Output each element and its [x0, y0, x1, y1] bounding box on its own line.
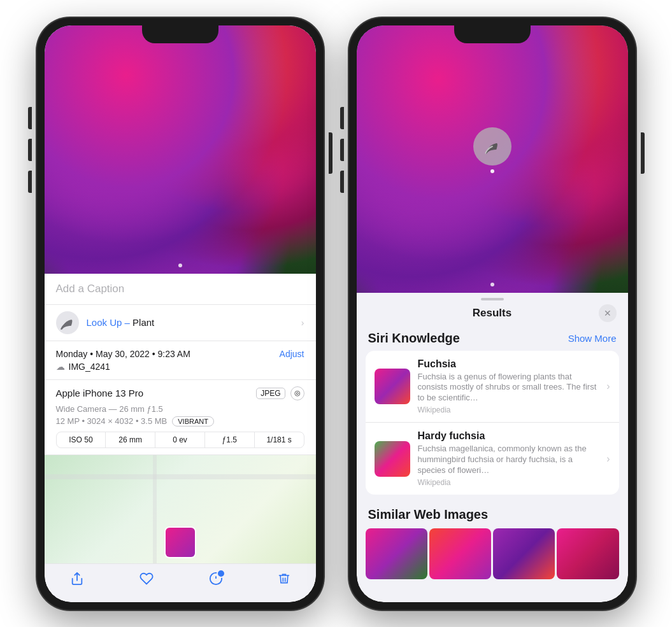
exif-focal: 26 mm [106, 432, 155, 447]
similar-title: Similar Web Images [366, 502, 619, 528]
siri-header: Siri Knowledge Show More [366, 326, 619, 351]
fuchsia-thumbnail [375, 369, 410, 404]
notch [142, 25, 218, 43]
phone-2-content: Results ✕ Siri Knowledge Show More [357, 25, 628, 602]
fuchsia-source: Wikipedia [418, 405, 599, 414]
lookup-chevron: › [301, 318, 304, 328]
similar-images-grid [366, 528, 619, 579]
hardy-thumbnail [375, 441, 410, 477]
caption-area[interactable]: Add a Caption [45, 274, 316, 305]
recognition-overlay [473, 127, 511, 173]
info-badge [217, 569, 225, 578]
photo-display[interactable] [45, 25, 316, 274]
siri-card: Fuchsia Fuchsia is a genus of flowering … [366, 351, 619, 495]
results-title: Results [473, 307, 511, 320]
filename: IMG_4241 [69, 362, 110, 372]
resolution: 12 MP • 3024 × 4032 • 3.5 MB [56, 416, 168, 426]
recognition-dot [490, 169, 494, 173]
similar-section: Similar Web Images [357, 502, 628, 579]
bottom-toolbar [45, 563, 316, 602]
hardy-title: Hardy fuchsia [418, 430, 599, 442]
camera-spec: Wide Camera — 26 mm ƒ1.5 [56, 404, 304, 414]
hardy-info: Hardy fuchsia Fuchsia magellanica, commo… [418, 430, 599, 487]
heart-button[interactable] [139, 572, 154, 589]
photo-date: Monday • May 30, 2022 • 9:23 AM [56, 349, 190, 359]
fuchsia-title: Fuchsia [418, 358, 599, 370]
results-header: Results ✕ [357, 300, 628, 326]
similar-image-2[interactable] [429, 528, 491, 579]
notch-2 [454, 25, 531, 43]
fuchsia-chevron: › [606, 381, 610, 392]
show-more-button[interactable]: Show More [568, 333, 617, 344]
phone-1-content: Add a Caption Look Up – Plant › [45, 25, 316, 602]
exif-shutter: 1/181 s [255, 432, 304, 447]
siri-item-fuchsia[interactable]: Fuchsia Fuchsia is a genus of flowering … [366, 351, 619, 423]
photo-thumbnail [164, 526, 196, 558]
photo-display-2 [357, 25, 628, 293]
camera-icon: ◎ [290, 386, 304, 400]
fuchsia-desc: Fuchsia is a genus of flowering plants t… [418, 372, 599, 404]
exif-ev: 0 ev [155, 432, 205, 447]
vibrant-badge: VIBRANT [172, 416, 214, 426]
results-panel: Results ✕ Siri Knowledge Show More [357, 293, 628, 602]
close-icon: ✕ [604, 308, 611, 318]
cloud-icon: ☁ [56, 362, 65, 372]
siri-item-hardy[interactable]: Hardy fuchsia Fuchsia magellanica, commo… [366, 423, 619, 495]
phone-2: Results ✕ Siri Knowledge Show More [349, 18, 636, 610]
info-button[interactable] [209, 572, 223, 589]
trash-button[interactable] [278, 572, 290, 589]
lookup-row[interactable]: Look Up – Plant › [45, 305, 316, 341]
map-section[interactable] [45, 455, 316, 563]
phone-1: Add a Caption Look Up – Plant › [37, 18, 324, 610]
device-name: Apple iPhone 13 Pro [56, 388, 144, 398]
device-section: Apple iPhone 13 Pro JPEG ◎ Wide Camera —… [45, 380, 316, 455]
lookup-label: Look Up – Plant [87, 317, 155, 328]
hardy-source: Wikipedia [418, 478, 599, 487]
siri-title: Siri Knowledge [368, 331, 460, 346]
siri-knowledge-section: Siri Knowledge Show More Fuchsia Fuchsia… [357, 326, 628, 502]
meta-section: Monday • May 30, 2022 • 9:23 AM Adjust ☁… [45, 341, 316, 380]
adjust-button[interactable]: Adjust [280, 349, 304, 359]
caption-placeholder: Add a Caption [56, 283, 125, 295]
similar-image-1[interactable] [366, 528, 427, 579]
share-button[interactable] [70, 572, 84, 589]
lookup-icon [56, 311, 79, 334]
recognition-circle [473, 127, 511, 166]
exif-aperture: ƒ1.5 [205, 432, 255, 447]
hardy-desc: Fuchsia magellanica, commonly known as t… [418, 444, 599, 476]
page-indicator [178, 264, 182, 267]
jpeg-badge: JPEG [256, 388, 285, 399]
page-indicator-2 [490, 283, 494, 286]
exif-iso: ISO 50 [57, 432, 106, 447]
similar-image-3[interactable] [493, 528, 555, 579]
fuchsia-info: Fuchsia Fuchsia is a genus of flowering … [418, 358, 599, 415]
close-button[interactable]: ✕ [599, 304, 617, 322]
similar-image-4[interactable] [557, 528, 618, 579]
hardy-chevron: › [606, 453, 610, 465]
exif-row: ISO 50 26 mm 0 ev ƒ1.5 1/181 s [56, 432, 304, 448]
